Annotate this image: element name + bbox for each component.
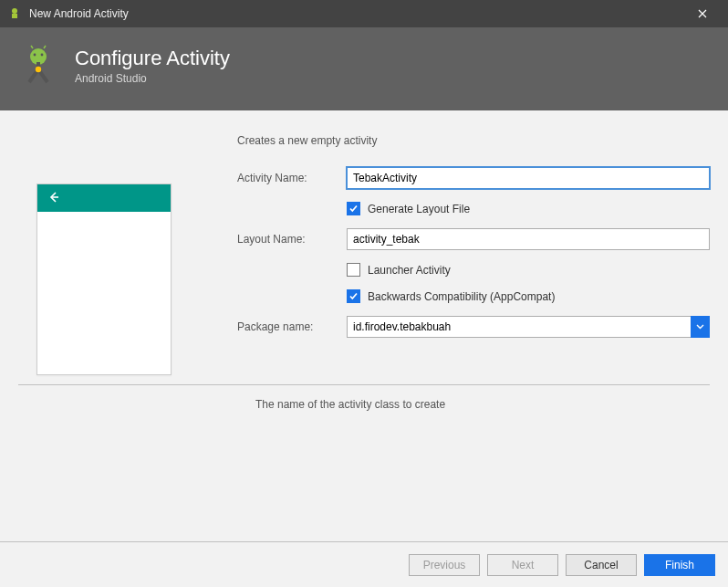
next-button[interactable]: Next [487,554,558,576]
activity-name-input[interactable] [347,167,710,189]
svg-line-6 [44,46,46,48]
wizard-footer: Previous Next Cancel Finish [0,541,728,587]
cancel-button[interactable]: Cancel [566,554,637,576]
form-intro: Creates a new empty activity [237,134,710,147]
generate-layout-checkbox[interactable]: Generate Layout File [347,202,710,215]
finish-button[interactable]: Finish [644,554,715,576]
checkbox-unchecked-icon [347,263,360,277]
activity-preview [36,183,172,375]
svg-rect-1 [12,14,17,18]
package-name-input[interactable] [347,316,691,338]
android-studio-logo [18,44,58,87]
checkbox-checked-icon [347,289,360,303]
package-name-dropdown-button[interactable] [691,316,710,338]
checkbox-checked-icon [347,202,360,215]
svg-line-5 [31,46,33,48]
launcher-activity-label: Launcher Activity [368,264,451,277]
titlebar: New Android Activity [0,0,728,27]
header-title: Configure Activity [75,47,230,70]
header-subtitle: Android Studio [75,72,230,85]
svg-point-0 [12,8,17,14]
svg-point-4 [41,54,44,57]
activity-name-label: Activity Name: [237,172,347,184]
launcher-activity-checkbox[interactable]: Launcher Activity [347,263,710,277]
svg-point-7 [36,67,41,72]
window-title: New Android Activity [29,7,129,20]
layout-name-input[interactable] [347,228,710,250]
previous-button[interactable]: Previous [409,554,480,576]
svg-point-3 [34,54,36,57]
wizard-header: Configure Activity Android Studio [0,27,728,110]
generate-layout-label: Generate Layout File [368,203,470,215]
android-studio-icon [7,6,22,21]
chevron-down-icon [696,320,704,333]
field-help-text: The name of the activity class to create [0,385,728,411]
package-name-label: Package name: [237,320,347,333]
backwards-compat-label: Backwards Compatibility (AppCompat) [368,290,555,303]
backwards-compat-checkbox[interactable]: Backwards Compatibility (AppCompat) [347,289,710,303]
layout-name-label: Layout Name: [237,233,347,246]
close-button[interactable] [684,0,721,27]
back-arrow-icon [47,190,61,207]
